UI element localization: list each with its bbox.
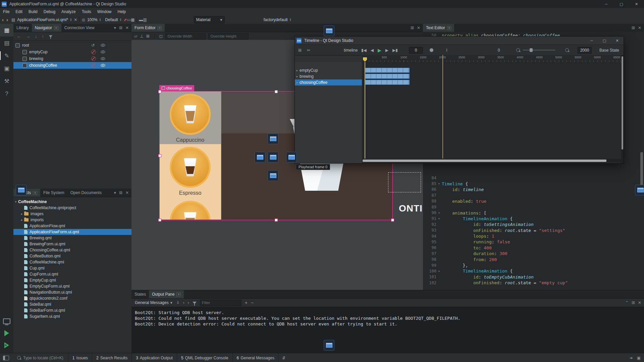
close-tab-icon[interactable]: ✕ — [447, 26, 451, 30]
fold-marker-icon[interactable]: ▾ — [436, 211, 442, 215]
doc-stepper[interactable]: ▲▼ — [70, 18, 72, 21]
tab-connection-view[interactable]: Connection View — [61, 24, 98, 32]
back-icon[interactable]: ‹ — [2, 17, 4, 22]
visibility-eye-icon[interactable] — [101, 50, 105, 54]
coffee-item-espresso[interactable]: Espresso — [159, 144, 221, 198]
nav-forward-icon[interactable]: → — [26, 34, 30, 39]
timeline-track-area[interactable] — [362, 62, 621, 163]
close-document-icon[interactable]: ✕ — [74, 18, 77, 22]
panel-split-icon[interactable]: ⊞ — [632, 300, 635, 305]
run-button[interactable] — [4, 330, 9, 336]
tab-output-pane[interactable]: Output Pane✕ — [149, 290, 184, 298]
zoom-slider-thumb[interactable] — [530, 48, 533, 52]
toggle-right-sidebar-icon[interactable]: ▣ — [637, 356, 641, 360]
panel-close-icon[interactable]: ✕ — [125, 190, 129, 195]
record-icon[interactable] — [430, 48, 433, 52]
project-file-CoffeeMachine.qml[interactable]: CoffeeMachine.qml — [13, 259, 131, 265]
timeline-zoom-slider[interactable] — [523, 50, 555, 51]
statusbar-button-issues[interactable]: 1Issues — [68, 353, 92, 362]
tab-text-editor[interactable]: Text Editor✕ — [423, 24, 454, 32]
resize-handle[interactable] — [158, 154, 161, 157]
toggle-sidebar-icon[interactable] — [3, 356, 9, 360]
snap-grid-icon[interactable]: ⊞ — [146, 34, 150, 38]
project-file-CoffeeMachine.qmlproject[interactable]: CoffeeMachine.qmlproject — [13, 205, 131, 211]
coffee-item-partial[interactable] — [159, 198, 221, 220]
project-file-qtquickcontrols2.conf[interactable]: qtquickcontrols2.conf — [13, 295, 131, 301]
project-file-SideBar.qml[interactable]: SideBar.qml — [13, 301, 131, 307]
kit-selector[interactable]: factorydefault ▲▼ — [262, 16, 293, 23]
dock-indicator-left-edge-icon[interactable] — [16, 185, 26, 195]
live-preview-icon[interactable]: ◎ — [82, 18, 85, 22]
navigator-item-emptyCup[interactable]: emptyCup — [13, 49, 131, 55]
menu-help[interactable]: Help — [115, 8, 129, 15]
project-file-ChoosingCoffee.ui.qml[interactable]: ChoosingCoffee.ui.qml — [13, 247, 131, 253]
nav-back-icon[interactable]: ← — [17, 34, 21, 39]
project-file-ApplicationFlowForm.ui.qml[interactable]: ApplicationFlowForm.ui.qml — [13, 229, 131, 235]
timeline-end-marker[interactable] — [442, 55, 443, 159]
zoom-in-icon[interactable] — [565, 48, 569, 52]
resize-handle[interactable] — [158, 219, 161, 222]
bounds-icon[interactable]: ◻ — [159, 34, 163, 38]
expand-icon[interactable]: ▸ — [295, 69, 300, 72]
close-button[interactable]: ✕ — [629, 0, 644, 8]
no-snap-icon[interactable]: ▱ — [134, 34, 137, 38]
project-file-Brewing.qml[interactable]: Brewing.qml — [13, 235, 131, 241]
keyframe-bar-brewing[interactable] — [365, 74, 410, 79]
timeline-titlebar[interactable]: DS Timeline - Qt Design Studio ─ ▢ ✕ — [295, 37, 624, 45]
timeline-hscrollbar[interactable] — [362, 159, 621, 162]
nav-filter-icon[interactable] — [49, 35, 53, 37]
close-tab-icon[interactable]: ✕ — [158, 26, 162, 30]
panel-close-icon[interactable]: ✕ — [125, 25, 129, 30]
line-tool-icon[interactable]: ▬ — [139, 18, 143, 22]
panel-close-icon[interactable]: ✕ — [638, 25, 641, 30]
mode-edit-icon[interactable]: ▤ — [0, 37, 13, 49]
statusbar-button-qml-debugger-console[interactable]: 5QML Debugger Console — [177, 353, 233, 362]
to-end-icon[interactable]: ▶▮ — [392, 48, 398, 52]
collapse-icon[interactable]: ▾ — [13, 200, 18, 203]
dock-indicator-right-edge-icon[interactable] — [635, 185, 644, 195]
panel-split-icon[interactable]: ⊞ — [119, 190, 122, 195]
expand-icon[interactable]: ▸ — [295, 81, 300, 84]
mode-components-icon[interactable]: ▣ — [0, 62, 13, 75]
dock-indicator-left-icon[interactable] — [255, 152, 265, 163]
output-channel-selector[interactable]: General Messages ▾ — [134, 299, 173, 306]
keyframe-bar-choosingCoffee[interactable] — [365, 80, 410, 85]
statusbar-button-general-messages[interactable]: 6General Messages — [233, 353, 279, 362]
zoom-out-icon[interactable] — [516, 48, 520, 52]
project-file-EmptyCupForm.ui.qml[interactable]: EmptyCupForm.ui.qml — [13, 283, 131, 289]
export-toggle-icon[interactable]: ↺ — [91, 43, 95, 47]
timeline-name[interactable]: timeline — [344, 45, 358, 55]
mode-design-icon[interactable]: ✎ — [0, 49, 13, 62]
animation-settings-icon[interactable]: ✂ — [307, 48, 310, 52]
output-log[interactable]: Boot2Qt: Starting QDB host server.Boot2Q… — [131, 307, 644, 327]
debug-run-button[interactable] — [4, 342, 9, 348]
tab-library[interactable]: Library — [13, 24, 32, 32]
dock-indicator-right-icon[interactable] — [286, 152, 297, 163]
project-file-images[interactable]: ▸images — [13, 211, 131, 217]
maximize-button[interactable]: ▢ — [614, 0, 629, 8]
kit-selector-icon[interactable] — [3, 318, 10, 324]
nav-move-up-icon[interactable]: ↑ — [42, 34, 44, 39]
panel-close-icon[interactable]: ✕ — [638, 300, 641, 305]
timeline-track-brewing[interactable]: ▸brewing — [295, 73, 362, 79]
fold-marker-icon[interactable]: ▾ — [436, 217, 442, 220]
panel-split-icon[interactable]: ⊞ — [632, 25, 635, 30]
dock-indicator-down-icon[interactable] — [268, 170, 278, 181]
end-frame-field[interactable]: 2000 — [578, 47, 592, 54]
menu-analyze[interactable]: Analyze — [58, 8, 79, 15]
current-frame-field[interactable]: 0 — [409, 47, 423, 54]
next-frame-icon[interactable]: ▶ — [385, 48, 388, 52]
keyframe-bar-emptyCup[interactable] — [365, 68, 410, 73]
grid-tool-icon[interactable]: ▦ — [131, 18, 135, 22]
expand-icon[interactable]: ▸ — [19, 212, 24, 216]
panel-close-icon[interactable]: ✕ — [417, 25, 420, 30]
save-icon[interactable]: ▤ — [11, 18, 15, 22]
visibility-eye-icon[interactable] — [101, 57, 105, 61]
menu-file[interactable]: File — [0, 8, 12, 15]
resize-handle[interactable] — [391, 219, 394, 222]
progress-icon[interactable]: ➔ — [630, 356, 633, 360]
zoom-selector[interactable]: 100% ▲▼ — [85, 16, 103, 23]
timeline-track-emptyCup[interactable]: ▸emptyCup — [295, 67, 362, 73]
minimize-button[interactable]: ─ — [599, 0, 614, 8]
coffee-item-cappuccino[interactable]: Cappuccino — [159, 91, 221, 144]
